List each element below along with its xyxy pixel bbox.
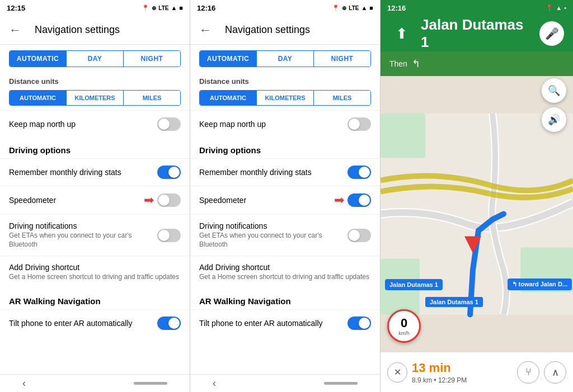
- map-mode-day-2[interactable]: DAY: [256, 51, 313, 67]
- status-time-2: 12:16: [197, 4, 215, 12]
- maps-nav-header: ⬆ Jalan Dutamas 1 🎤: [381, 16, 573, 51]
- panel1-content: AUTOMATIC DAY NIGHT Distance units AUTOM…: [0, 45, 190, 374]
- floating-buttons: 🔍 🔊: [542, 78, 566, 132]
- dist-km-2[interactable]: KILOMETERS: [256, 91, 313, 105]
- ar-heading-1: AR Walking Navigation: [0, 289, 190, 309]
- tilt-phone-toggle-1[interactable]: [157, 317, 181, 330]
- tilt-phone-label-1: Tilt phone to enter AR automatically: [9, 319, 157, 328]
- road-label-toward: ↰ toward Jalan D...: [508, 278, 572, 290]
- maps-status-icons: 📍 ▲ •: [546, 4, 566, 12]
- back-button-1[interactable]: ←: [9, 23, 21, 37]
- location-label: Jalan Dutamas 1: [425, 297, 483, 307]
- map-mode-automatic-1[interactable]: AUTOMATIC: [10, 51, 66, 67]
- keep-north-row-2: Keep map north up: [190, 110, 380, 138]
- status-icons-2: 📍 ⊕ LTE ▲ ■: [332, 4, 373, 12]
- route-options-button[interactable]: ⑂: [517, 361, 539, 384]
- monthly-stats-label-2: Remember monthly driving stats: [199, 168, 347, 177]
- map-mode-toggle-1: AUTOMATIC DAY NIGHT: [9, 50, 181, 67]
- then-text: Then: [389, 59, 407, 68]
- speed-indicator: 0 km/h: [387, 309, 421, 343]
- monthly-stats-label-1: Remember monthly driving stats: [9, 168, 157, 177]
- status-time-1: 12:15: [7, 4, 25, 12]
- status-bar-1: 12:15 📍 ⊕ LTE ▲ ■: [0, 0, 190, 16]
- status-icons-1: 📍 ⊕ LTE ▲ ■: [142, 4, 183, 12]
- expand-button[interactable]: ∧: [544, 361, 566, 384]
- driving-shortcut-row-2: Add Driving shortcut Get a Home screen s…: [190, 256, 380, 289]
- red-arrow-1: ➡: [144, 193, 154, 207]
- distance-group-1: AUTOMATIC KILOMETERS MILES: [9, 90, 181, 106]
- driving-shortcut-sub-2: Get a Home screen shortcut to driving an…: [199, 273, 371, 282]
- nav-title-2: Navigation settings: [225, 24, 310, 36]
- driving-heading-1: Driving options: [0, 138, 190, 158]
- speedometer-row-1: Speedometer ➡: [0, 186, 190, 214]
- monthly-stats-row-2: Remember monthly driving stats: [190, 158, 380, 186]
- phone-panel-after: 12:16 📍 ⊕ LTE ▲ ■ ← Navigation settings …: [190, 0, 381, 392]
- dist-automatic-2[interactable]: AUTOMATIC: [200, 91, 256, 105]
- speedometer-toggle-2[interactable]: [347, 193, 371, 207]
- driving-notif-label-2: Driving notifications: [199, 221, 347, 230]
- ar-heading-2: AR Walking Navigation: [190, 289, 380, 309]
- map-mode-night-2[interactable]: NIGHT: [313, 51, 370, 67]
- tilt-phone-toggle-2[interactable]: [347, 317, 371, 330]
- dist-miles-2[interactable]: MILES: [313, 91, 370, 105]
- home-indicator-1: [134, 382, 167, 385]
- search-button[interactable]: 🔍: [542, 78, 566, 103]
- speed-unit: km/h: [398, 330, 410, 336]
- dist-automatic-1[interactable]: AUTOMATIC: [10, 91, 66, 105]
- dist-miles-1[interactable]: MILES: [123, 91, 180, 105]
- nav-dots-1: ‹: [0, 377, 190, 389]
- road-label-dutamas: Jalan Dutamas 1: [385, 279, 443, 290]
- status-bar-2: 12:16 📍 ⊕ LTE ▲ ■: [190, 0, 380, 16]
- driving-notifications-row-2: Driving notifications Get ETAs when you …: [190, 214, 380, 256]
- nav-dots-2: ‹: [190, 377, 380, 389]
- maps-status-bar: 12:16 📍 ▲ •: [381, 0, 573, 16]
- nav-street-name: Jalan Dutamas 1: [421, 16, 533, 51]
- distance-label-2: Distance units: [190, 72, 380, 88]
- map-mode-night-1[interactable]: NIGHT: [123, 51, 180, 67]
- driving-notif-sub-1: Get ETAs when you connect to your car's …: [9, 232, 157, 249]
- eta-info: 13 min 8.9 km • 12:29 PM: [412, 361, 513, 384]
- maps-bottom: ✕ 13 min 8.9 km • 12:29 PM ⑂ ∧: [381, 352, 573, 392]
- keep-north-toggle-2[interactable]: [347, 117, 371, 131]
- turn-icon: ↰: [412, 58, 420, 70]
- maps-panel: 12:16 📍 ▲ • ⬆ Jalan Dutamas 1 🎤 Then ↰: [381, 0, 573, 392]
- speedometer-toggle-1[interactable]: [157, 193, 181, 207]
- driving-notif-sub-2: Get ETAs when you connect to your car's …: [199, 232, 347, 249]
- speedometer-label-2: Speedometer: [199, 196, 334, 205]
- speedometer-label-1: Speedometer: [9, 196, 144, 205]
- driving-notif-toggle-2[interactable]: [347, 229, 371, 242]
- driving-shortcut-label-2: Add Driving shortcut: [199, 263, 371, 272]
- mic-button[interactable]: 🎤: [539, 21, 564, 46]
- bottom-bar-2: ‹: [190, 374, 380, 392]
- then-bar: Then ↰: [381, 51, 573, 76]
- monthly-stats-toggle-2[interactable]: [347, 166, 371, 179]
- audio-button[interactable]: 🔊: [542, 107, 566, 132]
- keep-north-label-1: Keep map north up: [9, 120, 157, 129]
- close-navigation-button[interactable]: ✕: [387, 362, 407, 382]
- driving-notifications-row-1: Driving notifications Get ETAs when you …: [0, 214, 190, 256]
- map-mode-day-1[interactable]: DAY: [66, 51, 123, 67]
- tilt-phone-row-2: Tilt phone to enter AR automatically: [190, 309, 380, 337]
- distance-label-1: Distance units: [0, 72, 190, 88]
- bottom-bar-1: ‹: [0, 374, 190, 392]
- keep-north-row-1: Keep map north up: [0, 110, 190, 138]
- maps-status-time: 12:16: [387, 4, 406, 12]
- red-arrow-2: ➡: [334, 193, 344, 207]
- nav-back-2[interactable]: ‹: [213, 377, 216, 389]
- driving-shortcut-label-1: Add Driving shortcut: [9, 263, 181, 272]
- nav-header-1: ← Navigation settings: [0, 16, 190, 45]
- nav-up-arrow-icon: ⬆: [389, 21, 414, 46]
- nav-back-1[interactable]: ‹: [22, 377, 26, 389]
- driving-heading-2: Driving options: [190, 138, 380, 158]
- back-button-2[interactable]: ←: [199, 23, 212, 37]
- map-mode-automatic-2[interactable]: AUTOMATIC: [200, 51, 256, 67]
- dist-km-1[interactable]: KILOMETERS: [66, 91, 123, 105]
- monthly-stats-toggle-1[interactable]: [157, 166, 181, 179]
- keep-north-toggle-1[interactable]: [157, 117, 181, 131]
- driving-notif-label-1: Driving notifications: [9, 221, 157, 230]
- monthly-stats-row-1: Remember monthly driving stats: [0, 158, 190, 186]
- driving-notif-toggle-1[interactable]: [157, 229, 181, 242]
- nav-header-2: ← Navigation settings: [190, 16, 380, 45]
- speedometer-row-2: Speedometer ➡: [190, 186, 380, 214]
- driving-shortcut-row-1: Add Driving shortcut Get a Home screen s…: [0, 256, 190, 289]
